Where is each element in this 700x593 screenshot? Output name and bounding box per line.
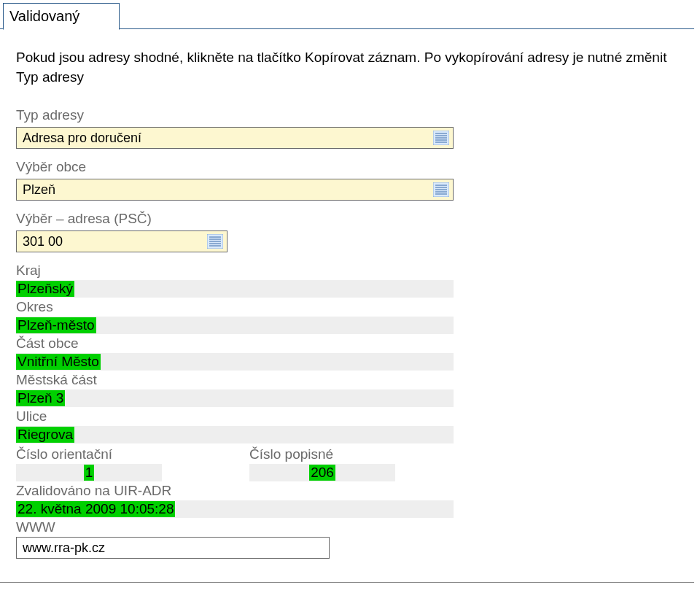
value-ulice: Riegrova — [16, 427, 74, 443]
label-cislo-pop: Číslo popisné — [249, 446, 395, 462]
value-wrap-mestska-cast: Plzeň 3 — [16, 389, 454, 407]
select-vyber-obce[interactable]: Plzeň — [16, 179, 454, 201]
dropdown-icon — [206, 233, 224, 249]
label-vyber-psc: Výběr – adresa (PSČ) — [16, 211, 694, 227]
value-wrap-validated: 22. května 2009 10:05:28 — [16, 500, 454, 518]
label-www: WWW — [16, 519, 694, 535]
select-typ-adresy-value: Adresa pro doručení — [23, 131, 141, 146]
value-cast-obce: Vnitřní Město — [16, 354, 101, 370]
select-typ-adresy[interactable]: Adresa pro doručení — [16, 127, 454, 149]
select-vyber-obce-value: Plzeň — [23, 182, 55, 198]
select-vyber-psc[interactable]: 301 00 — [16, 230, 228, 252]
value-wrap-kraj: Plzeňský — [16, 280, 454, 298]
label-validated: Zvalidováno na UIR-ADR — [16, 483, 694, 499]
label-typ-adresy: Typ adresy — [16, 107, 694, 123]
tab-validovany[interactable]: Validovaný — [3, 3, 120, 30]
label-vyber-obce: Výběr obce — [16, 159, 694, 175]
dropdown-icon — [432, 182, 450, 198]
value-wrap-okres: Plzeň-město — [16, 317, 454, 334]
tab-label: Validovaný — [9, 8, 79, 24]
value-cislo-pop: 206 — [309, 465, 335, 481]
input-www-value: www.rra-pk.cz — [23, 540, 105, 556]
value-wrap-cislo-or: 1 — [16, 464, 162, 481]
dropdown-icon — [432, 130, 450, 146]
label-okres: Okres — [16, 299, 694, 315]
value-kraj: Plzeňský — [16, 281, 74, 297]
value-okres: Plzeň-město — [16, 317, 96, 333]
value-wrap-cislo-pop: 206 — [249, 464, 395, 481]
label-mestska-cast: Městská část — [16, 372, 694, 388]
label-cast-obce: Část obce — [16, 336, 694, 352]
label-ulice: Ulice — [16, 408, 694, 425]
value-wrap-ulice: Riegrova — [16, 426, 454, 443]
value-wrap-cast-obce: Vnitřní Město — [16, 353, 454, 371]
value-cislo-or: 1 — [84, 465, 95, 481]
value-validated: 22. května 2009 10:05:28 — [16, 501, 175, 517]
select-vyber-psc-value: 301 00 — [23, 234, 63, 249]
input-www[interactable]: www.rra-pk.cz — [16, 537, 330, 559]
value-mestska-cast: Plzeň 3 — [16, 390, 65, 406]
description-text: Pokud jsou adresy shodné, klikněte na tl… — [16, 48, 672, 87]
label-kraj: Kraj — [16, 263, 694, 279]
label-cislo-or: Číslo orientační — [16, 446, 162, 462]
form-panel: Pokud jsou adresy shodné, klikněte na tl… — [0, 28, 694, 583]
